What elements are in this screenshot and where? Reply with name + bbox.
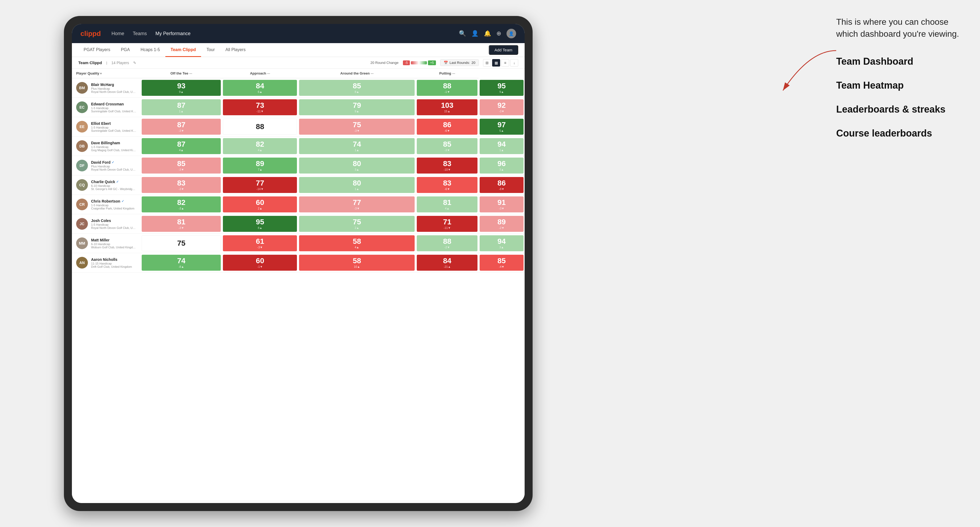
- subnav-team-clippd[interactable]: Team Clippd: [165, 43, 201, 57]
- player-cell-8: MM Matt Miller 6-10 Handicap Woburn Golf…: [72, 234, 141, 253]
- player-handicap-9: 11-15 Handicap: [91, 262, 136, 265]
- subnav-pgat[interactable]: PGAT Players: [78, 43, 116, 57]
- avatar[interactable]: 👤: [506, 29, 516, 38]
- th-approach-label: Approach: [250, 71, 266, 75]
- score-cell-3-0: 87 4▲: [141, 137, 222, 156]
- score-value-8-1: 61: [256, 238, 264, 245]
- nav-item-home[interactable]: Home: [111, 31, 124, 37]
- player-club-2: Sunningdale Golf Club, United Kingdom: [91, 129, 136, 132]
- last-rounds-label: Last Rounds:: [450, 61, 470, 65]
- score-value-9-2: 58: [353, 257, 361, 265]
- score-box-6-4: 91 -3▼: [480, 197, 523, 213]
- score-value-8-0: 75: [177, 240, 185, 247]
- table-row[interactable]: DB Dave Billingham 1-5 Handicap Gog Mago…: [72, 137, 525, 156]
- score-box-2-0: 87 -3▼: [142, 119, 221, 135]
- score-box-9-3: 84 -21▲: [417, 255, 477, 271]
- subnav-all-players[interactable]: All Players: [220, 43, 251, 57]
- score-change-9-1: -1▼: [257, 265, 263, 268]
- score-cell-1-3: 103 15▲: [416, 98, 479, 117]
- score-cell-6-1: 60 2▲: [222, 195, 298, 214]
- tablet-device: clippd Home Teams My Performance 🔍 👤 🔔 ⊕…: [64, 16, 533, 511]
- th-off-tee-label: Off the Tee: [170, 71, 188, 75]
- score-value-6-1: 60: [256, 199, 264, 206]
- download-icon[interactable]: ↓: [510, 59, 518, 67]
- main-content: Player Quality ▾ Off the Tee — Approach …: [72, 69, 525, 503]
- list-view-icon[interactable]: ≡: [501, 59, 509, 67]
- score-cell-4-0: 85 -3▼: [141, 156, 222, 175]
- subnav-tour[interactable]: Tour: [201, 43, 220, 57]
- change-gradient: [411, 61, 427, 64]
- score-cell-7-0: 81 -3▼: [141, 214, 222, 234]
- score-change-7-2: 2▲: [355, 226, 359, 229]
- table-row[interactable]: EE Elliot Ebert 1-5 Handicap Sunningdale…: [72, 117, 525, 137]
- score-box-6-2: 77 -3▼: [299, 197, 415, 213]
- player-cell-7: JC Josh Coles 1-5 Handicap Royal North D…: [72, 214, 141, 234]
- player-club-8: Woburn Golf Club, United Kingdom: [91, 246, 136, 249]
- score-value-1-0: 87: [177, 102, 185, 109]
- score-box-0-4: 95 9▲: [480, 80, 523, 96]
- settings-icon[interactable]: ⊕: [496, 30, 501, 37]
- subnav: PGAT Players PGA Hcaps 1-5 Team Clippd T…: [72, 43, 525, 57]
- score-change-8-4: 3▲: [499, 246, 504, 249]
- th-putting: Putting —: [416, 69, 479, 78]
- add-team-button[interactable]: Add Team: [488, 45, 518, 55]
- player-info-0: Blair McHarg Plus Handicap Royal North D…: [91, 83, 136, 94]
- score-cell-3-1: 82 4▲: [222, 137, 298, 156]
- table-row[interactable]: CR Chris Robertson✓ 1-5 Handicap Craigmi…: [72, 195, 525, 214]
- score-box-5-4: 86 -8▼: [480, 177, 523, 193]
- navbar-icons: 🔍 👤 🔔 ⊕ 👤: [459, 29, 516, 38]
- table-row[interactable]: MM Matt Miller 6-10 Handicap Woburn Golf…: [72, 234, 525, 253]
- heatmap-view-icon[interactable]: ▦: [492, 59, 500, 67]
- score-value-3-1: 82: [256, 141, 264, 148]
- score-cell-2-4: 97 5▲: [479, 117, 525, 137]
- last-rounds-button[interactable]: 📅 Last Rounds: 20: [440, 59, 479, 66]
- score-value-9-4: 85: [498, 257, 506, 265]
- th-off-tee-arrow: —: [189, 72, 192, 75]
- table-row[interactable]: AN Aaron Nicholls 11-15 Handicap Drift G…: [72, 253, 525, 273]
- table-row[interactable]: CQ Charlie Quick✓ 6-10 Handicap St. Geor…: [72, 175, 525, 195]
- score-cell-1-0: 87 1▲: [141, 98, 222, 117]
- subnav-pga[interactable]: PGA: [116, 43, 135, 57]
- score-box-3-4: 94 1▲: [480, 138, 523, 154]
- nav-item-teams[interactable]: Teams: [133, 31, 147, 37]
- player-club-7: Royal North Devon Golf Club, United King…: [91, 226, 136, 229]
- score-value-3-0: 87: [177, 141, 185, 148]
- score-change-4-1: 7▲: [258, 168, 262, 171]
- player-name-2: Elliot Ebert: [91, 121, 136, 125]
- profile-icon[interactable]: 👤: [471, 30, 479, 37]
- player-cell-9: AN Aaron Nicholls 11-15 Handicap Drift G…: [72, 253, 141, 273]
- table-row[interactable]: JC Josh Coles 1-5 Handicap Royal North D…: [72, 214, 525, 234]
- team-bar-right: 20 Round Change -5 +5 📅 Last Rounds: 20 …: [371, 59, 518, 67]
- score-cell-7-3: 71 -11▼: [416, 214, 479, 234]
- score-value-6-2: 77: [353, 199, 361, 206]
- score-change-9-3: -21▲: [444, 265, 451, 268]
- table-row[interactable]: BM Blair McHarg Plus Handicap Royal Nort…: [72, 78, 525, 98]
- score-change-1-3: 15▲: [444, 110, 450, 113]
- score-box-1-3: 103 15▲: [417, 99, 477, 115]
- player-info-4: David Ford✓ Plus Handicap Royal North De…: [91, 160, 136, 171]
- score-change-0-0: 9▲: [179, 90, 183, 94]
- player-avatar-6: CR: [76, 198, 88, 210]
- notifications-icon[interactable]: 🔔: [484, 30, 491, 37]
- subnav-hcaps[interactable]: Hcaps 1-5: [135, 43, 165, 57]
- score-change-6-2: -3▼: [354, 207, 360, 210]
- score-cell-2-1: 88: [222, 117, 298, 137]
- player-handicap-2: 1-5 Handicap: [91, 126, 136, 129]
- score-change-1-2: 9▲: [355, 110, 359, 113]
- player-name-7: Josh Coles: [91, 219, 136, 223]
- score-box-9-4: 85 -4▼: [480, 255, 523, 271]
- search-icon[interactable]: 🔍: [459, 30, 466, 37]
- player-name-8: Matt Miller: [91, 238, 136, 242]
- score-value-2-3: 86: [443, 121, 451, 129]
- table-row[interactable]: EC Edward Crossman 1-5 Handicap Sunningd…: [72, 98, 525, 117]
- nav-item-my-performance[interactable]: My Performance: [156, 31, 191, 37]
- edit-icon[interactable]: ✎: [133, 61, 136, 65]
- score-box-7-1: 95 8▲: [223, 216, 297, 232]
- score-change-0-3: -1▼: [444, 90, 450, 94]
- grid-view-icon[interactable]: ⊞: [483, 59, 491, 67]
- score-value-7-3: 71: [443, 218, 451, 226]
- score-change-2-4: 5▲: [499, 129, 504, 132]
- table-row[interactable]: DF David Ford✓ Plus Handicap Royal North…: [72, 156, 525, 175]
- score-value-4-3: 83: [443, 160, 451, 167]
- score-value-4-2: 80: [353, 160, 361, 167]
